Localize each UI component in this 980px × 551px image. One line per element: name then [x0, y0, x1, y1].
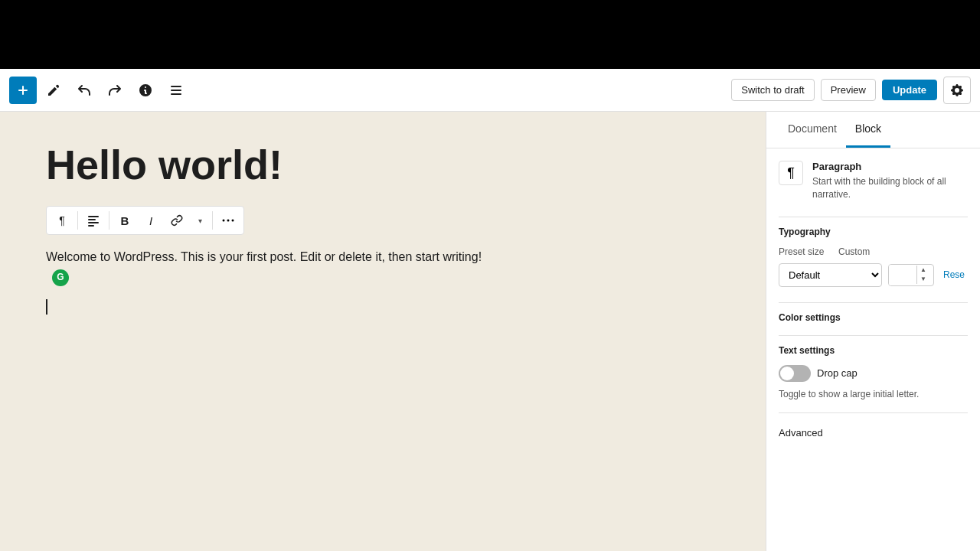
typography-section: Typography Preset size Custom Default ▲ …	[779, 227, 968, 287]
post-content[interactable]: Welcome to WordPress. This is your first…	[46, 247, 505, 286]
reset-button[interactable]: Rese	[940, 269, 968, 280]
svg-point-4	[223, 220, 225, 222]
color-settings-label: Color settings	[779, 312, 968, 323]
more-options-button[interactable]	[216, 208, 240, 233]
typography-label: Typography	[779, 227, 968, 237]
svg-rect-1	[88, 219, 96, 220]
text-cursor	[46, 299, 47, 315]
divider-1	[779, 217, 968, 217]
block-toolbar: ¶ B I ▾	[46, 206, 244, 235]
svg-rect-3	[88, 225, 94, 227]
list-view-button[interactable]	[162, 77, 190, 104]
toolbar-divider-2	[109, 211, 109, 230]
editor-area[interactable]: Hello world! ¶ B I	[0, 112, 766, 551]
sidebar-content: ¶ Paragraph Start with the building bloc…	[766, 148, 980, 551]
divider-3	[779, 335, 968, 336]
drop-cap-desc: Toggle to show a large initial letter.	[779, 388, 968, 401]
custom-label: Custom	[838, 246, 892, 257]
redo-icon	[107, 83, 122, 98]
post-title[interactable]: Hello world!	[46, 142, 720, 187]
preview-button[interactable]: Preview	[821, 79, 876, 101]
block-description: Paragraph Start with the building block …	[812, 161, 968, 201]
toolbar: Switch to draft Preview Update	[0, 69, 980, 112]
undo-button[interactable]	[70, 77, 98, 104]
color-section: Color settings	[779, 312, 968, 323]
divider-4	[779, 412, 968, 413]
block-type-icon: ¶	[779, 161, 803, 185]
size-up-button[interactable]: ▲	[917, 266, 929, 275]
link-icon	[170, 214, 184, 227]
preset-size-select[interactable]: Default	[779, 263, 882, 287]
toggle-knob	[780, 367, 794, 380]
list-icon	[168, 83, 184, 98]
block-info: ¶ Paragraph Start with the building bloc…	[779, 161, 968, 201]
align-icon	[87, 214, 100, 227]
tab-document[interactable]: Document	[779, 112, 846, 148]
gear-icon	[949, 83, 965, 98]
update-button[interactable]: Update	[882, 80, 937, 100]
sidebar-tabs: Document Block	[766, 112, 980, 148]
switch-to-draft-button[interactable]: Switch to draft	[731, 79, 814, 101]
plus-icon	[15, 83, 31, 98]
align-button[interactable]	[81, 208, 106, 233]
text-settings-label: Text settings	[779, 345, 968, 356]
svg-rect-2	[88, 222, 99, 223]
toolbar-divider-3	[212, 211, 213, 230]
block-name: Paragraph	[812, 161, 968, 172]
paragraph-icon: ¶	[59, 214, 65, 227]
undo-icon	[77, 83, 92, 98]
size-down-button[interactable]: ▼	[917, 275, 929, 284]
info-button[interactable]	[132, 77, 159, 104]
toolbar-left	[9, 77, 728, 104]
divider-2	[779, 302, 968, 303]
settings-button[interactable]	[943, 77, 971, 104]
pencil-icon	[46, 83, 61, 98]
info-icon	[138, 83, 153, 98]
tab-block[interactable]: Block	[846, 112, 890, 148]
paragraph-type-button[interactable]: ¶	[50, 208, 74, 233]
drop-cap-toggle[interactable]	[779, 365, 811, 382]
main-layout: Hello world! ¶ B I	[0, 112, 980, 551]
ellipsis-icon	[221, 214, 235, 227]
link-button[interactable]	[165, 208, 189, 233]
bold-button[interactable]: B	[113, 208, 137, 233]
grammarly-icon[interactable]: G	[52, 269, 69, 286]
block-desc: Start with the building block of all nar…	[812, 175, 968, 201]
add-block-button[interactable]	[9, 77, 37, 104]
toolbar-right: Switch to draft Preview Update	[731, 77, 971, 104]
more-options-dropdown[interactable]: ▾	[191, 208, 209, 233]
text-settings-section: Text settings Drop cap Toggle to show a …	[779, 345, 968, 401]
custom-size-input[interactable]	[889, 265, 916, 285]
redo-button[interactable]	[101, 77, 129, 104]
custom-size-input-wrap: ▲ ▼	[888, 264, 934, 286]
drop-cap-row: Drop cap	[779, 365, 968, 382]
tools-button[interactable]	[40, 77, 67, 104]
italic-button[interactable]: I	[139, 208, 163, 233]
toolbar-divider-1	[77, 211, 78, 230]
sidebar: Document Block ¶ Paragraph Start with th…	[766, 112, 980, 551]
drop-cap-label: Drop cap	[817, 367, 858, 379]
size-arrows: ▲ ▼	[916, 266, 929, 284]
preset-size-label: Preset size	[779, 246, 832, 257]
svg-point-5	[227, 220, 230, 222]
advanced-label: Advanced	[779, 427, 823, 439]
top-black-bar	[0, 0, 980, 69]
font-size-row: Preset size Custom	[779, 246, 968, 257]
advanced-section[interactable]: Advanced	[779, 425, 968, 439]
svg-point-6	[232, 220, 234, 222]
cursor-block[interactable]	[46, 299, 720, 322]
font-size-controls: Default ▲ ▼ Rese	[779, 263, 968, 287]
svg-rect-0	[88, 216, 99, 217]
